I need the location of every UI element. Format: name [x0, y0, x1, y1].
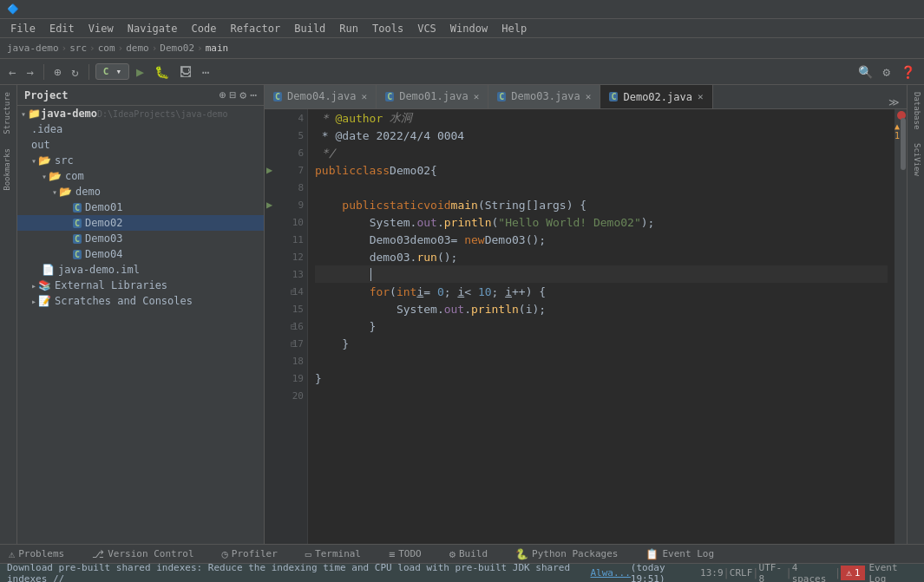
tree-item-external-libraries[interactable]: ▸📚External Libraries: [17, 278, 264, 293]
collapse-all-btn[interactable]: ⊟: [230, 88, 237, 101]
menu-item-window[interactable]: Window: [443, 21, 495, 36]
tab-close-btn[interactable]: ✕: [698, 91, 704, 102]
scrollbar-thumb[interactable]: [901, 118, 906, 170]
bottom-tab-icon: ≡: [389, 548, 395, 560]
toolbar-sync-icon[interactable]: ↻: [68, 63, 82, 81]
tab-demo01java[interactable]: CDemo01.java✕: [377, 85, 488, 108]
line-number: 10: [283, 217, 304, 228]
breadcrumb-main[interactable]: main: [206, 43, 229, 54]
breadcrumb-java-demo[interactable]: java-demo: [7, 43, 59, 54]
code-editor[interactable]: * @author 水洞 * @date 2022/4/4 0004 */pub…: [308, 109, 895, 544]
tab-demo03java[interactable]: CDemo03.java✕: [488, 85, 600, 108]
breadcrumb-src[interactable]: src: [69, 43, 87, 54]
status-event-label[interactable]: Event Log: [868, 562, 917, 583]
folder-icon: 📂: [59, 186, 72, 198]
toolbar-build-icon[interactable]: ⊕: [50, 63, 64, 81]
tree-item-src[interactable]: ▾📂src: [17, 153, 264, 168]
help-btn[interactable]: ❓: [897, 63, 919, 81]
gutter-row-8: 8: [265, 179, 307, 196]
notification-link[interactable]: Alwa...: [591, 567, 631, 579]
menu-item-help[interactable]: Help: [495, 21, 534, 36]
tree-settings-btn[interactable]: ⚙: [239, 88, 246, 101]
bookmarks-tab[interactable]: Bookmarks: [0, 141, 16, 198]
more-run-button[interactable]: ⋯: [199, 63, 213, 81]
structure-tab[interactable]: Structure: [0, 85, 16, 141]
tab-close-btn[interactable]: ✕: [586, 91, 592, 102]
tree-item-demo04[interactable]: C Demo04: [17, 246, 264, 262]
bottom-tab-event-log[interactable]: 📋Event Log: [642, 546, 718, 562]
database-tab[interactable]: Database: [908, 85, 924, 136]
breadcrumb-demo[interactable]: demo: [126, 43, 149, 54]
tree-item-out[interactable]: out: [17, 137, 264, 153]
editor-scrollbar[interactable]: ▲ 1: [895, 109, 907, 544]
bottom-tab-profiler[interactable]: ◷Profiler: [219, 546, 281, 562]
menu-item-code[interactable]: Code: [185, 21, 224, 36]
menu-item-run[interactable]: Run: [332, 21, 365, 36]
menu-item-vcs[interactable]: VCS: [410, 21, 443, 36]
gutter-row-7: ▶7: [265, 161, 307, 179]
sciview-tab[interactable]: SciView: [908, 136, 924, 183]
tree-item-demo02[interactable]: C Demo02: [17, 215, 264, 231]
run-config-dropdown[interactable]: C ▾: [95, 63, 129, 80]
bottom-tab-version-control[interactable]: ⎇Version Control: [88, 546, 197, 562]
run-gutter-icon[interactable]: ▶: [266, 164, 272, 176]
tree-item-demo[interactable]: ▾📂demo: [17, 184, 264, 199]
class-icon: C: [73, 203, 82, 213]
status-indent[interactable]: 4 spaces: [792, 562, 835, 583]
status-cursor[interactable]: 13:9: [700, 567, 724, 579]
tree-item-scratches-and-consoles[interactable]: ▸📝Scratches and Consoles: [17, 293, 264, 309]
tree-more-btn[interactable]: ⋯: [250, 88, 257, 101]
tree-item-com[interactable]: ▾📂com: [17, 168, 264, 184]
menu-item-edit[interactable]: Edit: [43, 21, 82, 36]
tree-item-root[interactable]: ▾📁 java-demo D:\IdeaProjects\java-demo: [17, 106, 264, 121]
fold-marker[interactable]: ⊟: [291, 287, 296, 297]
tab-demo02java[interactable]: CDemo02.java✕: [600, 85, 712, 108]
toolbar: ← → ⊕ ↻ C ▾ ▶ 🐛 ⛾ ⋯ 🔍 ⚙ ❓: [0, 59, 924, 85]
debug-button[interactable]: 🐛: [151, 63, 173, 81]
bottom-tab-terminal[interactable]: ▭Terminal: [302, 546, 364, 562]
toolbar-forward[interactable]: →: [23, 63, 36, 81]
menu-item-tools[interactable]: Tools: [365, 21, 410, 36]
run-button[interactable]: ▶: [133, 62, 147, 82]
tab-more-btn[interactable]: ≫: [881, 96, 907, 108]
breadcrumb-com[interactable]: com: [98, 43, 115, 54]
status-encoding[interactable]: UTF-8: [759, 562, 786, 583]
tab-close-btn[interactable]: ✕: [362, 91, 368, 102]
tree-item-demo03[interactable]: C Demo03: [17, 231, 264, 246]
fold-marker[interactable]: ⊟: [291, 339, 296, 349]
bottom-tab-problems[interactable]: ⚠Problems: [5, 546, 68, 562]
menu-item-build[interactable]: Build: [287, 21, 332, 36]
app-icon: 🔷: [7, 3, 19, 15]
menu-item-file[interactable]: File: [3, 21, 43, 36]
bottom-tab-todo[interactable]: ≡TODO: [385, 546, 425, 562]
gutter-row-13: 13: [265, 265, 307, 283]
breadcrumb-Demo02[interactable]: Demo02: [160, 43, 194, 54]
tree-item-java-demo.iml[interactable]: 📄java-demo.iml: [17, 262, 264, 278]
tree-item-label: Demo03: [85, 232, 122, 245]
menu-item-refactor[interactable]: Refactor: [223, 21, 287, 36]
status-line-ending[interactable]: CRLF: [730, 567, 753, 579]
toolbar-back[interactable]: ←: [5, 63, 19, 81]
bottom-tab-python-packages[interactable]: 🐍Python Packages: [512, 546, 621, 562]
run-gutter-icon[interactable]: ▶: [266, 199, 272, 211]
search-everywhere-btn[interactable]: 🔍: [855, 63, 876, 81]
add-to-project-btn[interactable]: ⊕: [220, 88, 226, 101]
coverage-button[interactable]: ⛾: [176, 63, 195, 81]
menu-item-view[interactable]: View: [82, 21, 121, 36]
code-line-18: [315, 352, 888, 369]
tree-expand-icon: ▾: [52, 187, 57, 197]
code-line-9: public static void main(String[] args) {: [315, 196, 888, 213]
settings-btn[interactable]: ⚙: [880, 63, 894, 81]
status-event-log[interactable]: ⚠1: [841, 566, 865, 580]
tree-item-label: src: [55, 154, 74, 167]
run-config-icon: C: [103, 66, 109, 77]
tab-demo04java[interactable]: CDemo04.java✕: [265, 85, 377, 108]
tab-java-icon: C: [497, 92, 506, 101]
menu-item-navigate[interactable]: Navigate: [121, 21, 185, 36]
fold-marker[interactable]: ⊟: [291, 322, 296, 331]
tree-item-.idea[interactable]: .idea: [17, 121, 264, 137]
tree-item-demo01[interactable]: C Demo01: [17, 199, 264, 215]
bottom-tab-build[interactable]: ⚙Build: [446, 546, 491, 562]
tab-close-btn[interactable]: ✕: [474, 91, 480, 102]
gutter-row-6: 6: [265, 144, 307, 161]
